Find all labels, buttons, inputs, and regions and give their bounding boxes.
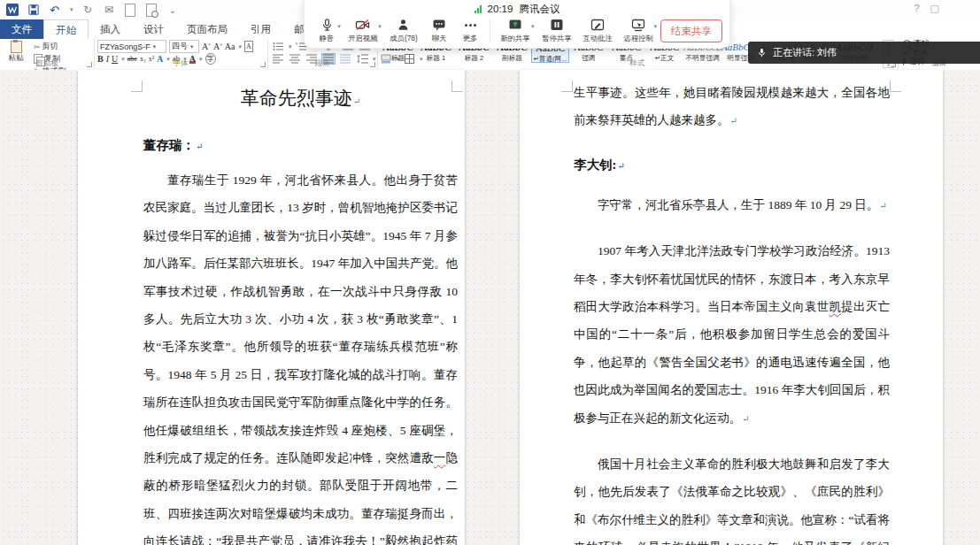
paste-icon bbox=[11, 41, 22, 53]
camera-off-icon bbox=[355, 18, 370, 32]
share-caret-icon[interactable]: ▾ bbox=[531, 23, 535, 30]
mute-button[interactable]: 静音▾ bbox=[313, 16, 341, 46]
character-border-button[interactable]: A bbox=[244, 41, 253, 52]
new-document-icon[interactable] bbox=[124, 4, 137, 17]
margin-mark bbox=[890, 81, 901, 92]
font-size-select[interactable]: 四号 bbox=[169, 40, 199, 53]
spellcheck-red: 一 bbox=[434, 451, 446, 464]
pause-share-button[interactable]: 暂停共享 bbox=[537, 16, 575, 46]
microphone-icon bbox=[320, 18, 334, 32]
annotate-icon bbox=[590, 18, 605, 32]
annotation-button[interactable]: 互动批注 bbox=[579, 16, 616, 46]
doc-paragraph: 1907 年考入天津北洋法政专门学校学习政治经济。1913 年冬，李大钊怀着忧国… bbox=[574, 237, 890, 433]
person-icon bbox=[397, 18, 410, 32]
meeting-toolbar: 20:19 腾讯会议 静音▾ 开启视频▾ 成员(78) 聊天 更多 新的共享▾ bbox=[304, 0, 730, 49]
remote-caret-icon[interactable]: ▾ bbox=[653, 23, 657, 30]
spellcheck-red: 凯 bbox=[830, 300, 842, 313]
meeting-app-name: 腾讯会议 bbox=[519, 3, 559, 16]
start-video-button[interactable]: 开启视频▾ bbox=[344, 16, 382, 46]
doc-heading-lidazhao: 李大钊: bbox=[574, 157, 890, 173]
page-left[interactable]: 革命先烈事迹 董存瑞： 董存瑞生于 1929 年，河北省怀来县人。他出身于贫苦农… bbox=[78, 70, 465, 545]
chat-bubble-icon bbox=[432, 18, 446, 32]
margin-mark bbox=[131, 81, 143, 92]
more-button[interactable]: 更多 bbox=[457, 16, 484, 46]
ribbon-tab[interactable]: 设计 bbox=[132, 19, 175, 39]
scissors-icon bbox=[34, 42, 41, 51]
undo-caret-icon[interactable]: ▾ bbox=[70, 6, 73, 13]
word-logo-icon bbox=[5, 4, 19, 17]
doc-paragraph: 俄国十月社会主义革命的胜利极大地鼓舞和启发了李大钊，他先后发表了《法俄革命之比较… bbox=[574, 450, 890, 545]
pause-icon bbox=[550, 18, 564, 32]
cut-button[interactable]: 剪切 bbox=[34, 41, 66, 52]
save-icon[interactable] bbox=[27, 4, 40, 17]
clipboard-group: 粘贴 剪切 复制 格式刷 剪贴板 bbox=[0, 39, 95, 69]
undo-button[interactable] bbox=[48, 4, 61, 17]
redo-button[interactable] bbox=[81, 4, 95, 17]
change-case-button[interactable]: Aa bbox=[225, 42, 235, 51]
doc-paragraph: 董存瑞生于 1929 年，河北省怀来县人。他出身于贫苦农民家庭。当过儿童团长，1… bbox=[143, 166, 458, 545]
clipboard-dialog-launcher[interactable] bbox=[87, 62, 92, 67]
chat-button[interactable]: 聊天 bbox=[426, 16, 453, 46]
mute-caret-icon[interactable]: ▾ bbox=[337, 23, 341, 30]
grow-font-button[interactable]: A bbox=[202, 42, 211, 52]
font-group: FZYaSongS-F 四号 A A Aa▾ A B I U▾ abc x₂ x… bbox=[94, 39, 268, 69]
ribbon-tab[interactable]: 插入 bbox=[89, 19, 132, 39]
mail-icon[interactable] bbox=[103, 4, 116, 17]
ribbon-tab[interactable]: 开始 bbox=[43, 19, 89, 39]
customize-qat-icon[interactable] bbox=[166, 4, 180, 17]
font-group-label: 字体 bbox=[94, 58, 267, 69]
paragraph-dialog-launcher[interactable] bbox=[370, 62, 375, 67]
window-help-icons: ? ▢ bbox=[914, 3, 939, 14]
shrink-font-button[interactable]: A bbox=[213, 42, 222, 52]
video-caret-icon[interactable]: ▾ bbox=[378, 23, 382, 30]
toolbar-divider bbox=[490, 19, 490, 42]
meeting-time: 20:19 bbox=[488, 4, 513, 14]
ribbon-tab[interactable]: 文件 bbox=[0, 19, 43, 39]
paragraph-group-label: 段落 bbox=[267, 58, 377, 69]
new-share-button[interactable]: 新的共享▾ bbox=[497, 16, 534, 46]
margin-mark bbox=[451, 81, 463, 92]
font-family-select[interactable]: FZYaSongS-F bbox=[97, 40, 166, 53]
doc-paragraph: 生平事迹。这些年，她目睹着陵园规模越来越大，全国各地前来祭拜英雄的人越来越多。 bbox=[574, 79, 890, 135]
help-icon[interactable]: ? bbox=[914, 3, 919, 14]
speaking-toast: 正在讲话: 刘伟 bbox=[748, 42, 980, 64]
speaker-mic-icon bbox=[757, 47, 767, 58]
print-preview-icon[interactable] bbox=[145, 4, 158, 17]
remote-control-icon bbox=[631, 18, 645, 32]
document-canvas: 革命先烈事迹 董存瑞： 董存瑞生于 1929 年，河北省怀来县人。他出身于贫苦农… bbox=[0, 70, 980, 545]
ribbon-tab[interactable]: 引用 bbox=[239, 19, 282, 39]
members-button[interactable]: 成员(78) bbox=[385, 16, 422, 46]
end-share-button[interactable]: 结束共享 bbox=[660, 19, 722, 42]
doc-title: 革命先烈事迹 bbox=[143, 84, 458, 116]
meeting-status: 20:19 腾讯会议 bbox=[305, 3, 729, 15]
doc-heading-dongcunrui: 董存瑞： bbox=[143, 137, 458, 154]
clipboard-group-label: 剪贴板 bbox=[0, 58, 94, 69]
doc-paragraph: 字守常，河北省乐亭县人，生于 1889 年 10 月 29 日。 bbox=[574, 191, 890, 219]
quick-access-toolbar: ▾ bbox=[5, 3, 180, 17]
ellipsis-icon bbox=[465, 18, 476, 32]
ribbon-tab[interactable]: 页面布局 bbox=[175, 19, 239, 39]
page-right[interactable]: 生平事迹。这些年，她目睹着陵园规模越来越大，全国各地前来祭拜英雄的人越来越多。 … bbox=[520, 70, 943, 545]
share-screen-icon bbox=[508, 18, 522, 32]
remote-control-button[interactable]: 远程控制▾ bbox=[620, 16, 657, 46]
ribbon-options-icon[interactable]: ▢ bbox=[930, 3, 939, 14]
bullet-list-button[interactable] bbox=[271, 41, 285, 52]
network-signal-icon bbox=[475, 5, 482, 13]
margin-mark bbox=[561, 81, 573, 92]
font-dialog-launcher[interactable] bbox=[260, 62, 266, 67]
speaking-text: 正在讲话: 刘伟 bbox=[773, 46, 837, 59]
